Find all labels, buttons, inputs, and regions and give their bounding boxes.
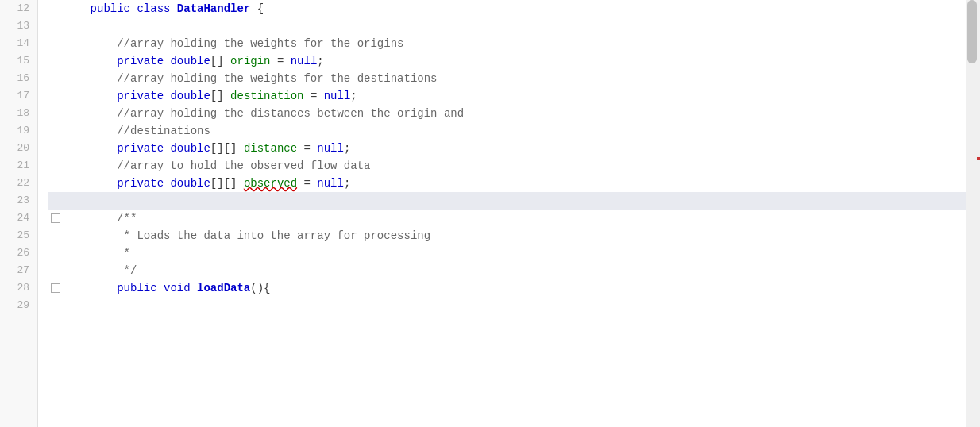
code-line-21: //array to hold the observed flow data	[48, 157, 966, 175]
token: class	[137, 2, 176, 15]
token: []	[210, 90, 230, 102]
token: //array holding the weights for the orig…	[117, 37, 403, 50]
token: double	[170, 177, 210, 190]
code-line-26: *	[48, 244, 966, 262]
code-line-29	[48, 297, 966, 314]
code-line-22: private double[][] observed = null;	[48, 175, 966, 192]
code-content-28: public void loadData(){	[64, 279, 966, 297]
token: null	[317, 177, 344, 190]
token: /**	[117, 212, 137, 225]
token: null	[324, 90, 351, 102]
fold-icon-24[interactable]: −	[51, 213, 60, 223]
code-line-19: //destinations	[48, 122, 966, 140]
line-number-15: 15	[0, 52, 37, 70]
code-content-20: private double[][] distance = null;	[64, 140, 966, 157]
line-number-20: 20	[0, 140, 37, 157]
token: observed	[244, 177, 297, 190]
code-line-28: − public void loadData(){	[48, 279, 966, 297]
scrollbar[interactable]	[966, 0, 977, 427]
line-number-27: 27	[0, 262, 37, 279]
code-line-23	[48, 192, 966, 210]
line-number-23: 23	[0, 192, 37, 210]
token: null	[291, 55, 318, 67]
token: //destinations	[117, 125, 210, 137]
code-editor: 121314151617181920212223242526272829 pub…	[0, 0, 980, 427]
code-content-24: /**	[64, 210, 966, 227]
token: private	[117, 55, 170, 67]
code-content-21: //array to hold the observed flow data	[64, 157, 966, 175]
token: double	[170, 55, 210, 67]
token: ;	[344, 177, 350, 190]
token: //array holding the weights for the dest…	[117, 72, 437, 85]
code-content-25: * Loads the data into the array for proc…	[64, 227, 966, 244]
token: =	[297, 142, 317, 155]
token: =	[271, 55, 291, 67]
token: double	[170, 142, 210, 155]
token: origin	[230, 55, 270, 67]
code-content-22: private double[][] observed = null;	[64, 175, 966, 192]
token: //array to hold the observed flow data	[117, 160, 370, 172]
code-content-12: public class DataHandler {	[64, 0, 966, 17]
code-content-14: //array holding the weights for the orig…	[64, 35, 966, 52]
token: double	[170, 90, 210, 102]
token: []	[210, 55, 230, 67]
warning-mark	[977, 157, 980, 160]
line-number-29: 29	[0, 297, 37, 314]
token: void	[164, 282, 197, 294]
line-numbers: 121314151617181920212223242526272829	[0, 0, 38, 427]
line-number-12: 12	[0, 0, 37, 17]
code-content-26: *	[64, 244, 966, 262]
token: private	[117, 177, 170, 190]
code-line-24: − /**	[48, 210, 966, 227]
code-line-17: private double[] destination = null;	[48, 87, 966, 105]
line-number-21: 21	[0, 157, 37, 175]
fold-icon-28[interactable]: −	[51, 283, 60, 293]
code-line-25: * Loads the data into the array for proc…	[48, 227, 966, 244]
code-content-19: //destinations	[64, 122, 966, 140]
line-number-25: 25	[0, 227, 37, 244]
token: loadData	[197, 282, 250, 294]
token: */	[117, 264, 137, 277]
line-number-18: 18	[0, 105, 37, 122]
token: =	[297, 177, 317, 190]
line-number-22: 22	[0, 175, 37, 192]
token: [][]	[210, 142, 244, 155]
line-number-19: 19	[0, 122, 37, 140]
line-number-13: 13	[0, 17, 37, 35]
code-line-14: //array holding the weights for the orig…	[48, 35, 966, 52]
line-number-16: 16	[0, 70, 37, 87]
scrollbar-thumb[interactable]	[967, 0, 977, 63]
code-content-15: private double[] origin = null;	[64, 52, 966, 70]
code-line-16: //array holding the weights for the dest…	[48, 70, 966, 87]
token: null	[317, 142, 344, 155]
code-line-27: */	[48, 262, 966, 279]
token: {	[250, 2, 264, 15]
code-content-17: private double[] destination = null;	[64, 87, 966, 105]
gutter-28[interactable]: −	[48, 283, 64, 293]
token: destination	[230, 90, 303, 102]
code-line-13	[48, 17, 966, 35]
token: * Loads the data into the array for proc…	[117, 229, 430, 242]
token: *	[117, 247, 130, 260]
warning-bar	[977, 0, 980, 427]
token: ;	[317, 55, 323, 67]
token: public	[117, 282, 164, 294]
token: =	[304, 90, 324, 102]
token: distance	[244, 142, 297, 155]
token: [][]	[210, 177, 244, 190]
token: public	[91, 2, 137, 15]
token: (){	[250, 282, 270, 294]
line-number-28: 28	[0, 279, 37, 297]
gutter-24[interactable]: −	[48, 213, 64, 223]
token: //array holding the distances between th…	[117, 107, 464, 120]
code-line-12: public class DataHandler {	[48, 0, 966, 17]
line-number-24: 24	[0, 210, 37, 227]
code-area: public class DataHandler { //array holdi…	[38, 0, 966, 427]
code-line-20: private double[][] distance = null;	[48, 140, 966, 157]
token: private	[117, 90, 170, 102]
code-line-15: private double[] origin = null;	[48, 52, 966, 70]
code-line-18: //array holding the distances between th…	[48, 105, 966, 122]
token: ;	[350, 90, 357, 102]
code-content-27: */	[64, 262, 966, 279]
line-number-14: 14	[0, 35, 37, 52]
